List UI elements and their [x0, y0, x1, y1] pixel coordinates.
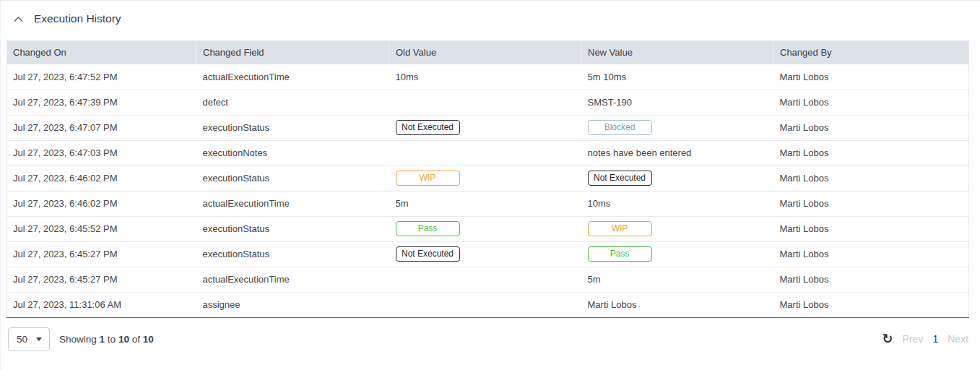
cell-changed-field: actualExecutionTime — [196, 64, 389, 90]
cell-old-value: Pass — [389, 216, 581, 241]
cell-changed-field: executionNotes — [196, 140, 389, 165]
status-badge: Pass — [588, 246, 652, 262]
cell-new-value: Marti Lobos — [581, 292, 773, 317]
cell-new-value: 10ms — [581, 191, 773, 216]
cell-old-value: Not Executed — [389, 115, 581, 140]
cell-changed-by: Marti Lobos — [773, 140, 969, 165]
cell-changed-on: Jul 27, 2023, 6:45:52 PM — [7, 216, 196, 241]
table-row: Jul 27, 2023, 6:46:02 PM executionStatus… — [7, 165, 969, 191]
page-size-value: 50 — [17, 334, 27, 345]
table-row: Jul 27, 2023, 6:47:52 PM actualExecution… — [7, 64, 969, 90]
cell-changed-on: Jul 27, 2023, 11:31:06 AM — [7, 292, 196, 317]
table-footer: 50 Showing 1 to 10 of 10 ↻ Prev 1 Next — [1, 318, 980, 351]
column-header: Changed By — [773, 40, 969, 64]
cell-new-value: SMST-190 — [581, 90, 773, 115]
cell-old-value: 10ms — [389, 64, 581, 90]
cell-new-value: Not Executed — [581, 165, 773, 191]
cell-new-value: WIP — [581, 216, 773, 241]
cell-changed-field: executionStatus — [196, 216, 389, 241]
history-table-wrap: Changed OnChanged FieldOld ValueNew Valu… — [6, 40, 968, 318]
cell-old-value: 5m — [389, 191, 581, 216]
prev-page-button[interactable]: Prev — [903, 333, 924, 345]
page-title: Execution History — [34, 12, 121, 25]
showing-summary: Showing 1 to 10 of 10 — [59, 334, 154, 345]
cell-changed-by: Marti Lobos — [773, 241, 969, 267]
showing-total: 10 — [143, 334, 154, 345]
status-badge: Pass — [396, 221, 460, 236]
cell-new-value: 5m 10ms — [581, 64, 773, 90]
cell-changed-on: Jul 27, 2023, 6:45:27 PM — [7, 241, 196, 267]
cell-changed-by: Marti Lobos — [773, 292, 969, 317]
cell-changed-by: Marti Lobos — [773, 267, 969, 292]
cell-old-value: WIP — [389, 165, 581, 191]
table-row: Jul 27, 2023, 6:47:39 PM defect SMST-190… — [7, 90, 969, 115]
cell-changed-by: Marti Lobos — [773, 191, 969, 216]
section-header: Execution History — [1, 1, 980, 27]
cell-old-value: Not Executed — [389, 241, 581, 267]
cell-new-value: notes have been entered — [581, 140, 773, 165]
status-badge: Not Executed — [396, 120, 460, 135]
showing-from: 1 — [100, 334, 105, 345]
cell-changed-by: Marti Lobos — [773, 115, 969, 140]
column-header: Old Value — [389, 40, 581, 64]
status-badge: Not Executed — [588, 171, 652, 186]
cell-old-value — [389, 140, 581, 165]
status-badge: WIP — [396, 171, 460, 186]
cell-changed-by: Marti Lobos — [773, 165, 969, 191]
execution-history-panel: Execution History Changed OnChanged Fiel… — [0, 0, 980, 370]
column-header: New Value — [581, 40, 773, 64]
cell-changed-on: Jul 27, 2023, 6:46:02 PM — [7, 191, 196, 216]
current-page-number[interactable]: 1 — [932, 333, 938, 345]
history-table: Changed OnChanged FieldOld ValueNew Valu… — [6, 40, 969, 318]
table-header-row: Changed OnChanged FieldOld ValueNew Valu… — [7, 40, 969, 64]
table-row: Jul 27, 2023, 6:45:27 PM actualExecution… — [7, 267, 969, 292]
caret-down-icon — [36, 337, 42, 341]
cell-old-value — [389, 267, 581, 292]
cell-changed-field: actualExecutionTime — [196, 267, 389, 292]
chevron-up-icon[interactable] — [14, 16, 23, 22]
cell-changed-field: defect — [196, 90, 389, 115]
showing-to: 10 — [118, 334, 129, 345]
table-row: Jul 27, 2023, 11:31:06 AM assignee Marti… — [7, 292, 969, 317]
cell-changed-by: Marti Lobos — [773, 64, 969, 90]
cell-changed-on: Jul 27, 2023, 6:46:02 PM — [7, 165, 196, 191]
cell-new-value: Pass — [581, 241, 773, 267]
cell-changed-field: executionStatus — [196, 241, 389, 267]
cell-changed-field: actualExecutionTime — [196, 191, 389, 216]
cell-changed-on: Jul 27, 2023, 6:47:52 PM — [7, 64, 196, 90]
table-row: Jul 27, 2023, 6:47:03 PM executionNotes … — [7, 140, 969, 165]
column-header: Changed On — [7, 40, 196, 64]
cell-changed-field: assignee — [196, 292, 389, 317]
cell-old-value — [389, 292, 581, 317]
cell-changed-field: executionStatus — [196, 115, 389, 140]
page-size-select[interactable]: 50 — [8, 327, 50, 351]
cell-changed-on: Jul 27, 2023, 6:47:39 PM — [7, 90, 196, 115]
footer-left: 50 Showing 1 to 10 of 10 — [8, 327, 154, 351]
table-row: Jul 27, 2023, 6:45:52 PM executionStatus… — [7, 216, 969, 241]
cell-changed-on: Jul 27, 2023, 6:45:27 PM — [7, 267, 196, 292]
table-row: Jul 27, 2023, 6:45:27 PM executionStatus… — [7, 241, 969, 267]
cell-new-value: Blocked — [581, 115, 773, 140]
table-row: Jul 27, 2023, 6:46:02 PM actualExecution… — [7, 191, 969, 216]
refresh-icon[interactable]: ↻ — [883, 332, 893, 345]
cell-changed-on: Jul 27, 2023, 6:47:03 PM — [7, 140, 196, 165]
cell-changed-field: executionStatus — [196, 165, 389, 191]
cell-new-value: 5m — [581, 267, 773, 292]
pagination: ↻ Prev 1 Next — [883, 332, 968, 345]
cell-changed-by: Marti Lobos — [773, 90, 969, 115]
cell-old-value — [389, 90, 581, 115]
status-badge: WIP — [588, 221, 652, 236]
next-page-button[interactable]: Next — [948, 333, 968, 345]
table-row: Jul 27, 2023, 6:47:07 PM executionStatus… — [7, 115, 969, 140]
column-header: Changed Field — [196, 40, 389, 64]
status-badge: Not Executed — [396, 246, 460, 262]
status-badge: Blocked — [588, 120, 652, 135]
cell-changed-on: Jul 27, 2023, 6:47:07 PM — [7, 115, 196, 140]
cell-changed-by: Marti Lobos — [773, 216, 969, 241]
